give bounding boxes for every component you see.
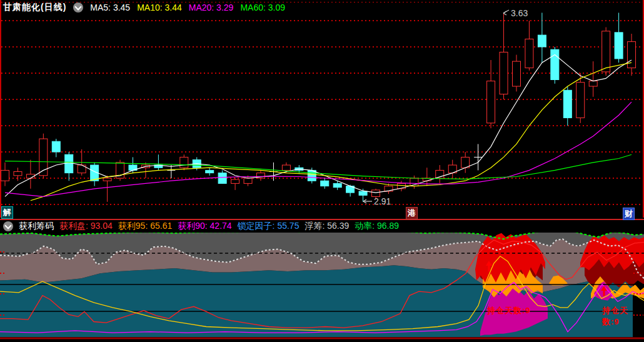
chevron-down-icon[interactable] — [3, 221, 13, 231]
stat-lock-factor: 锁定因子: 55.75 — [238, 221, 299, 232]
ma20-label: MA20: 3.29 — [189, 3, 234, 13]
stock-title: 甘肃能化(日线) — [3, 2, 66, 13]
ma10-label: MA10: 3.44 — [137, 3, 182, 13]
stat-profit-95: 获利95: 65.61 — [118, 221, 172, 232]
event-badge-gang[interactable]: 港 — [406, 207, 418, 219]
main-chart-panel[interactable]: 3.632.91 甘肃能化(日线) MA5: 3.45 MA10: 3.44 M… — [0, 0, 644, 219]
ma60-label: MA60: 3.09 — [240, 3, 285, 13]
chip-distribution-chart[interactable] — [0, 233, 644, 342]
stock-terminal-window: 3.632.91 甘肃能化(日线) MA5: 3.45 MA10: 3.44 M… — [0, 0, 644, 342]
holding-days-label: 持仓天数:9 — [487, 305, 531, 316]
holding-days-label: 持仓天数:9 — [602, 305, 644, 328]
chevron-glyph — [4, 222, 11, 229]
chevron-glyph — [75, 3, 82, 10]
indicator-panel[interactable]: 获利筹码 获利盘: 93.04 获利95: 65.61 获利90: 42.74 … — [0, 219, 644, 342]
chevron-down-icon[interactable] — [73, 3, 83, 13]
svg-text:2.91: 2.91 — [374, 196, 391, 206]
stat-momentum: 动率: 96.89 — [355, 221, 399, 232]
stat-profit-ratio: 获利盘: 93.04 — [59, 221, 113, 232]
svg-text:3.63: 3.63 — [511, 8, 528, 18]
ma5-label: MA5: 3.45 — [90, 3, 130, 13]
candlestick-chart[interactable]: 3.632.91 — [0, 0, 644, 219]
indicator-header: 获利筹码 获利盘: 93.04 获利95: 65.61 获利90: 42.74 … — [0, 219, 644, 233]
main-chart-header: 甘肃能化(日线) MA5: 3.45 MA10: 3.44 MA20: 3.29… — [3, 2, 285, 13]
stat-profit-90: 获利90: 42.74 — [178, 221, 231, 232]
indicator-name: 获利筹码 — [19, 221, 54, 232]
event-badge-jie[interactable]: 解 — [1, 206, 13, 219]
event-badge-cai[interactable]: 财 — [623, 208, 635, 220]
stat-floating-chips: 浮筹: 56.39 — [304, 221, 349, 232]
